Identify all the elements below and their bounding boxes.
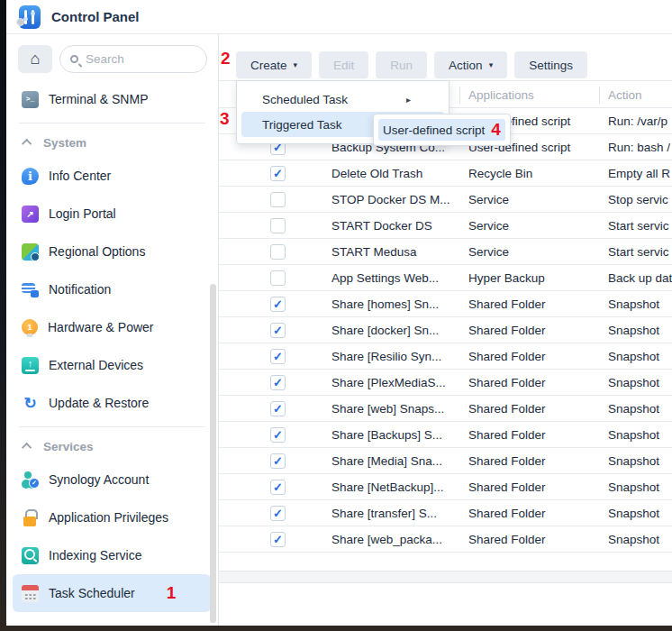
sidebar-item-indexing-service[interactable]: Indexing Service bbox=[13, 536, 211, 574]
create-button[interactable]: Create ▾ bbox=[236, 51, 312, 78]
horizontal-scrollbar[interactable] bbox=[219, 571, 672, 583]
task-name-cell: Share [PlexMediaS... bbox=[331, 376, 459, 389]
table-row[interactable]: START MedusaServiceStart servic bbox=[219, 239, 672, 265]
annotation-4: 4 bbox=[491, 120, 501, 140]
sidebar-item-label: Notification bbox=[49, 282, 111, 297]
action-cell: Snapshot bbox=[599, 376, 672, 389]
search-box[interactable] bbox=[59, 45, 207, 73]
checkbox-checked[interactable]: ✓ bbox=[270, 297, 286, 312]
sidebar-item-application-privileges[interactable]: Application Privileges bbox=[13, 498, 211, 536]
action-cell: Start servic bbox=[599, 219, 672, 233]
action-button[interactable]: Action ▾ bbox=[434, 51, 507, 78]
checkbox-unchecked[interactable] bbox=[270, 244, 286, 260]
sidebar-nav: Terminal & SNMPSystemInfo CenterLogin Po… bbox=[6, 80, 218, 612]
table-row[interactable]: App Settings Web...Hyper BackupBack up d… bbox=[219, 265, 672, 291]
application-cell: Recycle Bin bbox=[459, 167, 599, 180]
enabled-cell: ✓ bbox=[219, 506, 331, 521]
table-row[interactable]: ✓Share [web_packa...Shared FolderSnapsho… bbox=[219, 526, 672, 553]
sidebar-item-label: External Devices bbox=[49, 358, 143, 372]
sidebar-item-terminal-snmp[interactable]: Terminal & SNMP bbox=[13, 80, 211, 118]
checkbox-checked[interactable]: ✓ bbox=[270, 453, 286, 469]
sidebar-section-services[interactable]: Services bbox=[13, 432, 211, 461]
checkbox-checked[interactable]: ✓ bbox=[270, 506, 286, 521]
table-row[interactable]: ✓Share [web] Snaps...Shared FolderSnapsh… bbox=[219, 396, 672, 422]
table-row[interactable]: ✓Share [docker] Sn...Shared FolderSnapsh… bbox=[219, 317, 672, 343]
task-name-cell: START Medusa bbox=[331, 245, 459, 259]
checkbox-checked[interactable]: ✓ bbox=[270, 480, 286, 495]
hardware-power-icon bbox=[22, 319, 38, 335]
sidebar-item-label: Indexing Service bbox=[49, 548, 142, 562]
annotation-1: 1 bbox=[167, 583, 177, 603]
task-name-cell: Share [NetBackup]... bbox=[331, 480, 459, 494]
sidebar-item-login-portal[interactable]: Login Portal bbox=[13, 195, 211, 233]
action-cell: Run: /var/p bbox=[599, 114, 672, 128]
sidebar-item-info-center[interactable]: Info Center bbox=[13, 157, 211, 195]
action-cell: Back up dat bbox=[599, 271, 672, 285]
search-input[interactable] bbox=[86, 52, 196, 66]
application-cell: Shared Folder bbox=[459, 376, 599, 389]
section-label: Services bbox=[43, 440, 94, 453]
sidebar-item-hardware-power[interactable]: Hardware & Power bbox=[13, 308, 211, 346]
checkbox-checked[interactable]: ✓ bbox=[270, 401, 286, 416]
table-empty-area bbox=[219, 553, 672, 571]
action-cell: Snapshot bbox=[599, 324, 672, 337]
application-cell: Shared Folder bbox=[459, 480, 599, 494]
table-row[interactable]: ✓Share [PlexMediaS...Shared FolderSnapsh… bbox=[219, 370, 672, 396]
menu-item-user-defined-script[interactable]: User-defined script 4 bbox=[378, 119, 505, 141]
sidebar-item-label: Update & Restore bbox=[49, 396, 149, 410]
sidebar-item-external-devices[interactable]: External Devices bbox=[13, 346, 211, 384]
action-cell: Snapshot bbox=[599, 454, 672, 468]
action-cell: Snapshot bbox=[599, 507, 672, 520]
annotation-2: 2 bbox=[221, 49, 231, 69]
table-row[interactable]: ✓Share [transfer] S...Shared FolderSnaps… bbox=[219, 500, 672, 526]
table-row[interactable]: ✓Share [Media] Sna...Shared FolderSnapsh… bbox=[219, 448, 672, 474]
settings-button[interactable]: Settings bbox=[514, 51, 587, 78]
checkbox-checked[interactable]: ✓ bbox=[270, 166, 286, 181]
external-devices-icon bbox=[22, 357, 39, 374]
sidebar-item-synology-account[interactable]: Synology Account bbox=[13, 461, 211, 498]
column-header-applications[interactable]: Applications bbox=[468, 88, 534, 102]
sidebar-item-regional-options[interactable]: Regional Options bbox=[13, 233, 211, 270]
menu-item-scheduled-task[interactable]: Scheduled Task ▸ bbox=[241, 87, 444, 112]
task-scheduler-icon bbox=[22, 585, 39, 602]
enabled-cell: ✓ bbox=[219, 166, 331, 181]
checkbox-checked[interactable]: ✓ bbox=[270, 427, 286, 443]
sidebar-item-label: Task Scheduler bbox=[49, 586, 135, 600]
table-row[interactable]: ✓Share [Resilio Syn...Shared FolderSnaps… bbox=[219, 343, 672, 370]
checkbox-checked[interactable]: ✓ bbox=[270, 532, 286, 547]
checkbox-checked[interactable]: ✓ bbox=[270, 375, 286, 390]
sidebar-scrollbar[interactable] bbox=[210, 284, 216, 623]
sidebar-item-notification[interactable]: Notification bbox=[13, 270, 211, 308]
column-header-action[interactable]: Action bbox=[608, 88, 642, 102]
table-row[interactable]: ✓Share [homes] Sn...Shared FolderSnapsho… bbox=[219, 291, 672, 317]
action-cell: Snapshot bbox=[599, 297, 672, 311]
window-body: ⌂ Terminal & SNMPSystemInfo CenterLogin … bbox=[6, 34, 672, 626]
checkbox-checked[interactable]: ✓ bbox=[270, 323, 286, 338]
run-button[interactable]: Run bbox=[376, 51, 427, 78]
content-panel: Create ▾ Edit Run Action ▾ Settings bbox=[219, 34, 672, 626]
checkbox-checked[interactable]: ✓ bbox=[270, 349, 286, 364]
task-name-cell: Share [Backups] S... bbox=[331, 428, 459, 442]
enabled-cell bbox=[219, 270, 331, 286]
table-row[interactable]: ✓Share [NetBackup]...Shared FolderSnapsh… bbox=[219, 474, 672, 500]
edit-button[interactable]: Edit bbox=[319, 51, 368, 78]
table-row[interactable]: STOP Docker DS M...ServiceStop servic bbox=[219, 187, 672, 213]
sidebar-item-update-restore[interactable]: Update & Restore bbox=[13, 384, 211, 422]
enabled-cell: ✓ bbox=[219, 532, 331, 547]
table-row[interactable]: ✓Share [Backups] S...Shared FolderSnapsh… bbox=[219, 422, 672, 448]
triggered-task-submenu: User-defined script 4 bbox=[373, 114, 511, 146]
checkbox-unchecked[interactable] bbox=[270, 270, 286, 286]
table-row[interactable]: ✓Delete Old TrashRecycle BinEmpty all R bbox=[219, 160, 672, 187]
info-center-icon bbox=[22, 168, 39, 185]
checkbox-unchecked[interactable] bbox=[270, 218, 286, 233]
sidebar: ⌂ Terminal & SNMPSystemInfo CenterLogin … bbox=[6, 34, 219, 626]
action-cell: Stop servic bbox=[599, 193, 672, 206]
page-title: Control Panel bbox=[51, 9, 140, 24]
sidebar-section-system[interactable]: System bbox=[13, 128, 211, 157]
terminal-icon bbox=[22, 91, 39, 108]
caret-down-icon: ▾ bbox=[294, 60, 298, 69]
sidebar-item-task-scheduler[interactable]: Task Scheduler1 bbox=[13, 574, 211, 612]
home-button[interactable]: ⌂ bbox=[18, 45, 52, 73]
table-row[interactable]: START Docker DSServiceStart servic bbox=[219, 213, 672, 239]
checkbox-unchecked[interactable] bbox=[270, 192, 286, 207]
